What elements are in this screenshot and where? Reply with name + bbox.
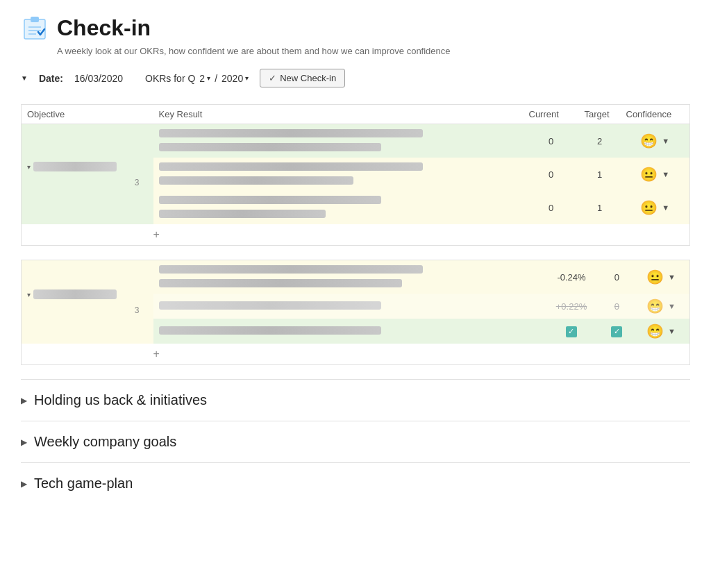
col-header-confidence: Confidence (621, 105, 690, 124)
obj-blurred-1 (33, 162, 117, 171)
confidence-cell-2-3: 😁 ▼ (633, 319, 690, 344)
confidence-cell-1-1: 😁 ▼ (621, 124, 690, 158)
conf-dropdown-2-2[interactable]: ▼ (668, 302, 676, 310)
section-label-0: Holding us back & initiatives (34, 392, 207, 408)
current-1-2: 0 (524, 158, 579, 191)
obj-count-1: 3 (135, 178, 145, 187)
section-label-2: Tech game-plan (34, 476, 133, 492)
new-checkin-button[interactable]: ✓ New Check-in (260, 69, 345, 87)
section-header-1[interactable]: ▶ Weekly company goals (21, 434, 690, 450)
kr-blurred-2-1 (159, 265, 423, 274)
page-header: Check-in (21, 14, 690, 42)
target-2-2: 0 (601, 294, 633, 319)
objective-cell-2: ▾ 3 (22, 260, 153, 344)
confidence-cell-1-3: 😐 ▼ (621, 191, 690, 224)
checkin-check-icon: ✓ (269, 73, 276, 83)
q-dropdown[interactable]: 2 ▾ (199, 73, 210, 84)
svg-rect-0 (24, 19, 45, 39)
okr-selector: OKRs for Q 2 ▾ / 2020 ▾ (145, 73, 249, 84)
emoji-1-3: 😐 (640, 199, 658, 216)
add-row-1[interactable]: + (22, 224, 690, 246)
section-arrow-0: ▶ (21, 396, 27, 405)
emoji-1-2: 😐 (640, 166, 658, 183)
toolbar-toggle[interactable]: ▼ (21, 74, 28, 82)
add-kr-2[interactable]: + (153, 344, 542, 365)
kr-blurred-1-2b (159, 176, 353, 185)
current-strikethrough-2-2: +0.22% (556, 301, 587, 312)
col-header-target: Target (579, 105, 621, 124)
kr-cell-1-1 (153, 124, 524, 158)
checkbox-current[interactable]: ✓ (566, 326, 577, 337)
current-2-1: -0.24% (542, 260, 601, 294)
obj-blurred-2 (33, 289, 117, 299)
okr-group-2: ▾ 3 -0.24% 0 😐 (21, 260, 690, 365)
q-chevron: ▾ (207, 74, 210, 82)
kr-cell-1-2 (153, 158, 524, 191)
table-header-row: Objective Key Result Current Target Conf… (22, 105, 690, 124)
col-header-current: Current (524, 105, 579, 124)
okr-table-1: Objective Key Result Current Target Conf… (21, 104, 690, 246)
confidence-cell-2-2: 😁 ▼ (633, 294, 690, 319)
svg-rect-1 (31, 17, 39, 22)
kr-blurred-1-3 (159, 196, 381, 204)
kr-blurred-1-1b (159, 143, 381, 151)
target-2-3: ✓ (601, 319, 633, 344)
conf-dropdown-1-2[interactable]: ▼ (662, 170, 669, 178)
okr-prefix: OKRs for Q (145, 73, 195, 84)
okr-table-2: ▾ 3 -0.24% 0 😐 (21, 260, 690, 365)
table-row: ▾ 3 0 2 😁 (22, 124, 690, 158)
okr-group-1: Objective Key Result Current Target Conf… (21, 104, 690, 246)
page-title: Check-in (57, 15, 151, 41)
emoji-2-2: 😁 (646, 298, 664, 314)
obj-chevron-1[interactable]: ▾ (27, 163, 31, 171)
conf-dropdown-2-1[interactable]: ▼ (668, 273, 676, 281)
emoji-1-1: 😁 (640, 133, 658, 149)
col-header-objective: Objective (22, 105, 153, 124)
checkbox-target[interactable]: ✓ (611, 326, 622, 337)
conf-dropdown-2-3[interactable]: ▼ (668, 327, 676, 335)
add-kr-1[interactable]: + (153, 224, 524, 246)
section-arrow-1: ▶ (21, 437, 27, 447)
target-1-1: 2 (579, 124, 621, 158)
table-row: ▾ 3 -0.24% 0 😐 (22, 260, 690, 294)
section-header-2[interactable]: ▶ Tech game-plan (21, 476, 690, 492)
date-value: 16/03/2020 (74, 73, 123, 84)
target-1-3: 1 (579, 191, 621, 224)
kr-blurred-1-2 (159, 162, 423, 171)
toggle-arrow: ▼ (21, 74, 28, 82)
section-header-0[interactable]: ▶ Holding us back & initiatives (21, 392, 690, 408)
current-2-2: +0.22% (542, 294, 601, 319)
obj-count-2: 3 (135, 305, 145, 315)
current-2-3: ✓ (542, 319, 601, 344)
kr-cell-1-3 (153, 191, 524, 224)
conf-dropdown-1-3[interactable]: ▼ (662, 203, 669, 212)
section-label-1: Weekly company goals (34, 434, 176, 450)
add-row-2[interactable]: + (22, 344, 690, 365)
year-chevron: ▾ (245, 74, 249, 82)
emoji-2-3: 😁 (646, 323, 664, 339)
page-subtitle: A weekly look at our OKRs, how confident… (57, 46, 690, 56)
kr-blurred-2-2 (159, 301, 381, 310)
conf-dropdown-1-1[interactable]: ▼ (662, 137, 669, 145)
current-1-3: 0 (524, 191, 579, 224)
target-1-2: 1 (579, 158, 621, 191)
kr-blurred-2-1b (159, 279, 402, 287)
emoji-2-1: 😐 (646, 269, 664, 285)
date-label: Date: (39, 73, 63, 84)
kr-blurred-1-1 (159, 129, 423, 137)
section-holding-us-back: ▶ Holding us back & initiatives (21, 379, 690, 421)
obj-chevron-2[interactable]: ▾ (27, 291, 31, 299)
toolbar: ▼ Date: 16/03/2020 OKRs for Q 2 ▾ / 2020… (21, 69, 690, 87)
section-tech-gameplan: ▶ Tech game-plan (21, 462, 690, 504)
collapsible-sections: ▶ Holding us back & initiatives ▶ Weekly… (21, 379, 690, 504)
col-header-keyresult: Key Result (153, 105, 524, 124)
kr-blurred-2-3 (159, 326, 381, 335)
section-arrow-2: ▶ (21, 479, 27, 489)
confidence-cell-1-2: 😐 ▼ (621, 158, 690, 191)
objective-cell-1: ▾ 3 (22, 124, 153, 225)
target-2-1: 0 (601, 260, 633, 294)
confidence-cell-2-1: 😐 ▼ (633, 260, 690, 294)
section-weekly-goals: ▶ Weekly company goals (21, 421, 690, 462)
kr-cell-2-1 (153, 260, 542, 294)
year-dropdown[interactable]: 2020 ▾ (221, 73, 249, 84)
